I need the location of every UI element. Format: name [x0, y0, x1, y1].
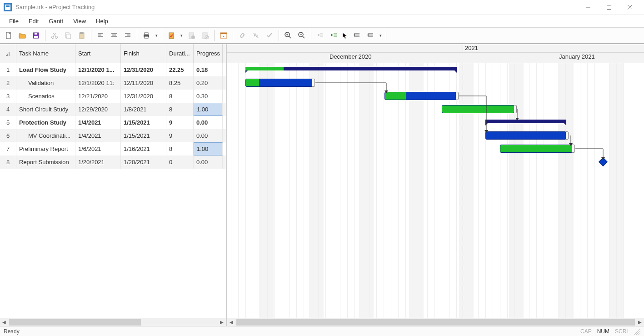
- clipboard-x-button[interactable]: [185, 30, 197, 41]
- print-button[interactable]: [140, 30, 152, 41]
- finish-cell[interactable]: 12/31/2020: [121, 90, 166, 103]
- duration-cell[interactable]: 0: [166, 155, 194, 169]
- task-bar[interactable]: [485, 131, 566, 140]
- duration-cell[interactable]: 9: [166, 129, 194, 142]
- finish-cell[interactable]: 1/15/2021: [121, 116, 166, 129]
- outdent-button[interactable]: [315, 30, 326, 41]
- scroll-thumb[interactable]: [9, 319, 141, 326]
- task-name-cell[interactable]: MV Coordinati...: [16, 129, 75, 142]
- finish-cell[interactable]: 12/31/2020: [121, 63, 166, 76]
- minimize-button[interactable]: [578, 1, 599, 14]
- task-name-cell[interactable]: Validation: [16, 76, 75, 90]
- task-bar[interactable]: [384, 92, 456, 100]
- col-header-name[interactable]: Task Name: [16, 44, 75, 63]
- menu-view[interactable]: View: [69, 16, 90, 26]
- gantt-hscrollbar[interactable]: ◀ ▶: [227, 318, 644, 326]
- indent-dropdown[interactable]: ▾: [378, 33, 383, 38]
- col-header-index[interactable]: [0, 44, 16, 63]
- table-hscrollbar[interactable]: ◀ ▶: [0, 318, 226, 326]
- finish-cell[interactable]: 1/8/2021: [121, 103, 166, 116]
- indent-button[interactable]: [328, 30, 340, 41]
- progress-cell[interactable]: 0.18: [194, 63, 223, 76]
- start-cell[interactable]: 1/4/2021: [75, 129, 121, 142]
- open-file-button[interactable]: [16, 30, 28, 41]
- maximize-button[interactable]: [599, 1, 619, 14]
- finish-cell[interactable]: 12/11/2020: [121, 76, 166, 90]
- col-header-duration[interactable]: Durati...: [166, 44, 194, 63]
- print-dropdown[interactable]: ▾: [154, 33, 159, 38]
- table-row[interactable]: 1 Load Flow Study 12/1/2020 1... 12/31/2…: [0, 63, 226, 76]
- table-row[interactable]: 8 Report Submission 1/20/2021 1/20/2021 …: [0, 155, 226, 169]
- link-button[interactable]: [236, 30, 248, 41]
- align-left-button[interactable]: [95, 30, 106, 41]
- progress-cell[interactable]: 0.30: [194, 90, 223, 103]
- scroll-left-icon[interactable]: ◀: [227, 318, 235, 326]
- scroll-right-icon[interactable]: ▶: [218, 318, 226, 326]
- start-cell[interactable]: 12/29/2020: [75, 103, 121, 116]
- table-row[interactable]: 3 Scenarios 12/21/2020 12/31/2020 8 0.30: [0, 90, 226, 103]
- new-file-button[interactable]: [3, 30, 15, 41]
- save-button[interactable]: [30, 30, 42, 41]
- table-row[interactable]: 5 Protection Study 1/4/2021 1/15/2021 9 …: [0, 116, 226, 129]
- start-cell[interactable]: 1/6/2021: [75, 142, 121, 155]
- clipboard-check-button[interactable]: [165, 30, 177, 41]
- table-row[interactable]: 4 Short Circuit Study 12/29/2020 1/8/202…: [0, 103, 226, 116]
- table-row[interactable]: 7 Preliminary Report 1/6/2021 1/16/2021 …: [0, 142, 226, 155]
- task-name-cell[interactable]: Report Submission: [16, 155, 75, 169]
- indent-increase-button[interactable]: [351, 30, 363, 41]
- start-cell[interactable]: 1/20/2021: [75, 155, 121, 169]
- task-bar[interactable]: [500, 145, 573, 153]
- gantt-body[interactable]: [227, 63, 644, 318]
- finish-cell[interactable]: 1/20/2021: [121, 155, 166, 169]
- menu-edit[interactable]: Edit: [24, 16, 43, 26]
- zoom-out-button[interactable]: [296, 30, 308, 41]
- col-header-start[interactable]: Start: [75, 44, 121, 63]
- duration-cell[interactable]: 9: [166, 116, 194, 129]
- menu-help[interactable]: Help: [91, 16, 113, 26]
- zoom-in-button[interactable]: [282, 30, 294, 41]
- task-name-cell[interactable]: Protection Study: [16, 116, 75, 129]
- table-row[interactable]: 2 Validation 12/1/2020 11: 12/11/2020 8.…: [0, 76, 226, 90]
- clipboard-dropdown[interactable]: ▾: [179, 33, 184, 38]
- unlink-button[interactable]: [250, 30, 262, 41]
- copy-button[interactable]: [62, 30, 74, 41]
- progress-cell[interactable]: 1.00: [194, 103, 223, 116]
- clipboard-cancel-button[interactable]: [199, 30, 211, 41]
- start-cell[interactable]: 12/21/2020: [75, 90, 121, 103]
- task-name-cell[interactable]: Scenarios: [16, 90, 75, 103]
- task-name-cell[interactable]: Short Circuit Study: [16, 103, 75, 116]
- start-cell[interactable]: 12/1/2020 11:: [75, 76, 121, 90]
- menu-file[interactable]: File: [5, 16, 23, 26]
- align-right-button[interactable]: [122, 30, 134, 41]
- scroll-left-icon[interactable]: ◀: [0, 318, 8, 326]
- align-center-button[interactable]: [108, 30, 120, 41]
- progress-cell[interactable]: 0.20: [194, 76, 223, 90]
- indent-decrease-button[interactable]: [364, 30, 376, 41]
- col-header-progress[interactable]: Progress: [194, 44, 223, 63]
- col-header-finish[interactable]: Finish: [121, 44, 166, 63]
- paste-button[interactable]: [76, 30, 88, 41]
- gantt-chart[interactable]: 2021 December 2020January 2021: [227, 44, 644, 318]
- progress-cell[interactable]: 1.00: [194, 142, 223, 155]
- close-button[interactable]: [619, 1, 640, 14]
- progress-cell[interactable]: 0.00: [194, 116, 223, 129]
- duration-cell[interactable]: 8.25: [166, 76, 194, 90]
- cut-button[interactable]: [49, 30, 60, 41]
- resize-grip-icon[interactable]: [634, 328, 640, 335]
- menu-gantt[interactable]: Gantt: [44, 16, 68, 26]
- scroll-right-icon[interactable]: ▶: [636, 318, 644, 326]
- task-bar[interactable]: [245, 79, 313, 87]
- duration-cell[interactable]: 8: [166, 103, 194, 116]
- summary-bar[interactable]: [245, 67, 457, 70]
- start-cell[interactable]: 12/1/2020 1...: [75, 63, 121, 76]
- task-name-cell[interactable]: Load Flow Study: [16, 63, 75, 76]
- duration-cell[interactable]: 8: [166, 142, 194, 155]
- task-name-cell[interactable]: Preliminary Report: [16, 142, 75, 155]
- finish-cell[interactable]: 1/15/2021: [121, 129, 166, 142]
- start-cell[interactable]: 1/4/2021: [75, 116, 121, 129]
- summary-bar[interactable]: [485, 120, 566, 123]
- check-button[interactable]: [264, 30, 275, 41]
- table-row[interactable]: 6 MV Coordinati... 1/4/2021 1/15/2021 9 …: [0, 129, 226, 142]
- progress-cell[interactable]: 0.00: [194, 129, 223, 142]
- duration-cell[interactable]: 8: [166, 90, 194, 103]
